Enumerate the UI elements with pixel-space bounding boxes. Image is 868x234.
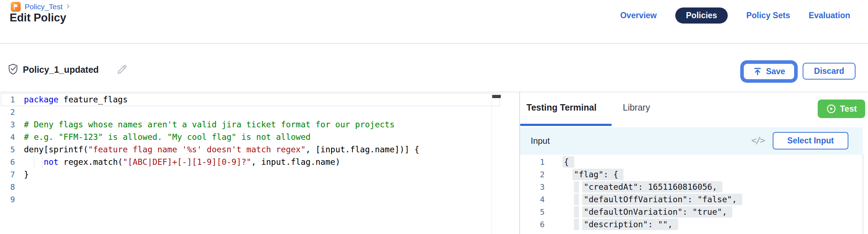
line-number: 4 [520, 193, 545, 206]
code-segment-comment: # Deny flags whose names aren't a valid … [24, 120, 395, 129]
line-number: 2 [520, 168, 545, 181]
edit-pencil-icon[interactable] [116, 63, 128, 75]
code-segment-plain: regex.match( [59, 157, 123, 167]
json-line[interactable]: "flag": { [564, 168, 742, 181]
nav-item-evaluation[interactable]: Evaluation [809, 11, 850, 20]
editor-scrollbar-thumb[interactable] [492, 95, 501, 98]
input-label: Input [531, 136, 550, 146]
code-segment-plain: , input.flag.name) [251, 157, 340, 167]
line-number: 1 [0, 93, 15, 106]
code-editor[interactable]: package feature_flags# Deny flags whose … [24, 93, 419, 206]
line-number: 9 [0, 193, 15, 206]
line-number: 6 [0, 156, 15, 168]
json-line[interactable]: { [564, 156, 742, 168]
test-button-label: Test [840, 104, 857, 114]
line-number: 5 [0, 143, 15, 156]
line-number: 7 [0, 168, 15, 181]
code-segment-plain: feature_flags [59, 95, 128, 104]
nav-item-policy-sets[interactable]: Policy Sets [746, 11, 790, 20]
editor-scrollbar-track [491, 92, 492, 234]
breadcrumb-chevron-icon: › [66, 0, 70, 11]
discard-button[interactable]: Discard [803, 63, 856, 80]
json-input-editor[interactable]: { "flag": { "createdAt": 1651160816056, … [564, 156, 742, 231]
breadcrumb: Policy_Test › [11, 2, 70, 12]
code-line[interactable]: # Deny flags whose names aren't a valid … [24, 118, 419, 131]
policy-shield-icon [7, 63, 19, 76]
json-line-highlight: "defaultOnVariation": "true", [582, 206, 732, 218]
json-editor-right-border [863, 154, 863, 234]
header-divider [0, 43, 868, 44]
indent-guide [42, 156, 42, 168]
json-line[interactable]: "createdAt": 1651160816056, [564, 181, 742, 193]
line-number: 6 [520, 218, 545, 231]
line-number: 3 [520, 181, 545, 193]
test-button[interactable]: Test [818, 100, 865, 118]
line-number: 5 [520, 206, 545, 218]
code-line[interactable]: deny[sprintf("feature flag name '%s' doe… [24, 143, 419, 156]
json-editor-gutter: 123456 [520, 156, 545, 231]
breadcrumb-project-link[interactable]: Policy_Test [25, 2, 62, 11]
line-number: 8 [0, 181, 15, 193]
code-segment-plain: } [24, 170, 29, 179]
code-view-icon[interactable]: </> [751, 135, 764, 146]
tab-testing-terminal[interactable]: Testing Terminal [526, 102, 596, 113]
code-line[interactable]: # e.g. "FFM-123" is allowed. "My cool fl… [24, 131, 419, 143]
save-button[interactable]: Save [744, 64, 794, 79]
edit-policy-page: Policy_Test › Edit Policy OverviewPolici… [0, 0, 868, 234]
code-segment-keyword: package [24, 95, 59, 104]
code-line[interactable] [24, 181, 419, 193]
code-line[interactable]: package feature_flags [24, 93, 419, 106]
code-segment-plain: deny[sprintf( [24, 145, 88, 154]
editor-top-border [0, 92, 868, 92]
json-line[interactable]: "defaultOffVariation": "false", [564, 193, 742, 206]
feature-flags-logo-icon [11, 2, 21, 12]
play-icon [826, 103, 837, 114]
json-line-highlight: "createdAt": 1651160816056, [582, 181, 722, 193]
active-tab-underline [520, 124, 612, 126]
select-input-button[interactable]: Select Input [773, 132, 848, 149]
line-number: 1 [520, 156, 545, 168]
code-segment-string: "feature flag name '%s' doesn't match re… [88, 145, 306, 154]
policy-name: Policy_1_updated [23, 65, 99, 75]
json-line-highlight: "defaultOffVariation": "false", [582, 194, 742, 205]
nav-item-policies[interactable]: Policies [675, 7, 728, 24]
indent-guide [34, 156, 34, 168]
nav-item-overview[interactable]: Overview [620, 11, 657, 20]
code-segment-keyword: not [44, 157, 59, 167]
tab-library[interactable]: Library [623, 102, 650, 113]
code-line[interactable] [24, 193, 419, 206]
indent-guide [574, 219, 579, 230]
upload-icon [753, 67, 762, 76]
indent-guide [574, 194, 579, 205]
code-line[interactable] [24, 106, 419, 118]
json-line-highlight: "description": "", [582, 219, 678, 230]
line-number: 2 [0, 106, 15, 118]
page-title: Edit Policy [10, 11, 66, 24]
code-segment-string: "[ABC|DEF]+[-][1-9][0-9]?" [123, 157, 251, 167]
code-segment-plain: , [input.flag.name])] { [306, 145, 419, 154]
line-number: 3 [0, 118, 15, 131]
module-nav: OverviewPoliciesPolicy SetsEvaluation [620, 7, 850, 24]
indent-guide [574, 206, 579, 218]
code-segment-comment: # e.g. "FFM-123" is allowed. "My cool fl… [24, 132, 311, 142]
save-button-label: Save [766, 67, 785, 76]
line-number: 4 [0, 131, 15, 143]
code-line[interactable]: not regex.match("[ABC|DEF]+[-][1-9][0-9]… [24, 156, 419, 168]
code-editor-gutter: 123456789 [0, 93, 15, 206]
indent-guide [574, 181, 579, 193]
json-line-highlight: "flag": { [572, 169, 624, 180]
json-line[interactable]: "description": "", [564, 218, 742, 231]
json-line[interactable]: "defaultOnVariation": "true", [564, 206, 742, 218]
json-line-highlight: { [562, 156, 574, 168]
input-section-header: Input </> Select Input [520, 127, 863, 155]
code-line[interactable]: } [24, 168, 419, 181]
